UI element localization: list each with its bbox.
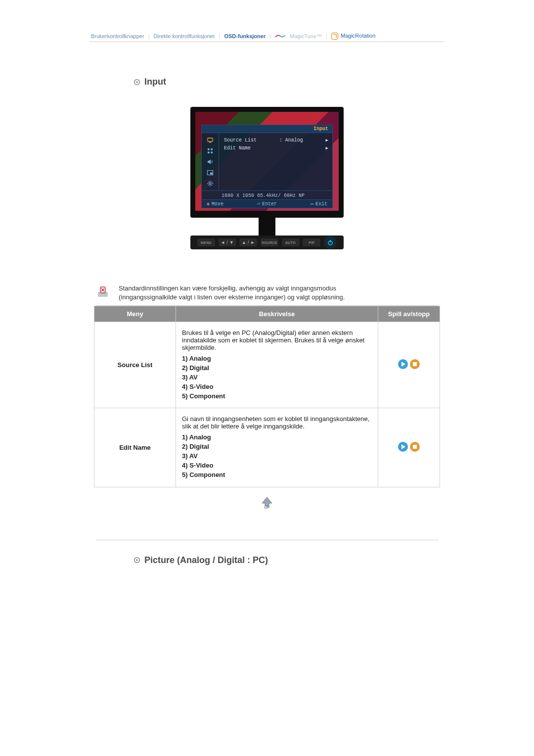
svg-point-9: [209, 183, 211, 185]
osd-footer-move: Move: [212, 201, 223, 207]
table-row: Edit Name Gi navn til inngangsenheten so…: [94, 408, 440, 487]
monitor-btn-pip[interactable]: PIP: [303, 238, 320, 246]
triangle-right-icon: ▶: [326, 138, 328, 143]
separator-icon: |: [148, 33, 150, 39]
osd-icon-sound: [206, 158, 214, 166]
triangle-right-icon: ▶: [326, 145, 328, 151]
monitor-btn-source[interactable]: SOURCE: [261, 238, 278, 246]
stop-button[interactable]: [409, 359, 420, 370]
monitor-illustration: Input: [94, 107, 440, 249]
th-play-stop: Spill av/stopp: [378, 306, 440, 322]
section-heading-picture: Picture (Analog / Digital : PC): [134, 555, 440, 566]
section-divider: [96, 540, 438, 540]
row-play-controls: [378, 408, 440, 487]
separator-icon: |: [219, 33, 221, 39]
monitor-btn-left-down[interactable]: ◄ / ▼: [219, 238, 236, 246]
section-title: Input: [144, 77, 166, 87]
note-row: Standardinnstillingen kan være forskjell…: [96, 284, 438, 306]
tab-magicrotation[interactable]: MagicRotation: [341, 33, 375, 39]
osd-icon-input: [206, 136, 214, 144]
bullet-icon: [134, 79, 140, 86]
separator-icon: |: [269, 33, 271, 39]
section-heading-input: Input: [134, 77, 440, 87]
up-arrow-icon[interactable]: UP: [257, 496, 277, 510]
note-line1: Standardinnstillingen kan være forskjell…: [119, 284, 336, 292]
svg-rect-2: [208, 138, 213, 142]
row-description: Brukes til å velge en PC (Analog/Digital…: [176, 322, 378, 408]
osd-title: Input: [202, 125, 332, 133]
osd-icon-picture: [206, 147, 214, 155]
tab-direct-controls[interactable]: Direkte kontrollfunksjoner: [153, 33, 215, 39]
th-menu: Meny: [94, 306, 176, 322]
osd-icon-setup: [206, 180, 214, 188]
monitor-btn-auto[interactable]: AUTO: [282, 238, 300, 246]
svg-rect-3: [208, 148, 210, 150]
tab-osd-functions[interactable]: OSD-funksjoner: [224, 33, 266, 39]
enter-icon: ⏎: [257, 201, 260, 207]
monitor-btn-up-right[interactable]: ▲ / ►: [239, 238, 257, 246]
monitor-btn-power[interactable]: [324, 236, 337, 249]
magicrotation-logo-icon: [331, 33, 338, 40]
row-name: Edit Name: [94, 408, 176, 487]
tab-user-controls[interactable]: Brukerkontrollknapper: [91, 33, 144, 39]
svg-text:UP: UP: [264, 505, 270, 510]
stop-button[interactable]: [409, 441, 420, 452]
osd-row-edit-name: Edit Name ▶: [224, 144, 328, 152]
th-description: Beskrivelse: [176, 306, 378, 322]
section-title: Picture (Analog / Digital : PC): [144, 555, 268, 566]
diamond-icon: ◆: [207, 201, 210, 207]
svg-rect-15: [413, 362, 417, 366]
row-name: Source List: [94, 322, 176, 408]
row-play-controls: [378, 322, 440, 408]
note-line2: (inngangssignalkilde valgt i listen over…: [119, 293, 345, 301]
exit-icon: ▭: [311, 201, 313, 207]
note-icon: [96, 285, 110, 299]
svg-point-21: [136, 559, 138, 561]
row-description: Gi navn til inngangsenheten som er koble…: [176, 408, 378, 487]
top-tabbar: Brukerkontrollknapper | Direkte kontroll…: [89, 30, 445, 42]
power-icon: [327, 239, 334, 246]
tab-magictune[interactable]: MagicTune™: [290, 33, 322, 39]
svg-rect-5: [208, 152, 210, 154]
svg-point-1: [136, 81, 138, 83]
play-button[interactable]: [398, 359, 408, 370]
osd-row-source-list: Source List : Analog ▶: [224, 136, 328, 144]
svg-rect-4: [211, 148, 213, 150]
magictune-logo-icon: [275, 34, 286, 39]
monitor-btn-menu[interactable]: MENU: [197, 238, 215, 246]
svg-rect-18: [413, 445, 417, 449]
osd-icon-pip: [206, 169, 214, 177]
separator-icon: |: [326, 33, 327, 39]
feature-table: Meny Beskrivelse Spill av/stopp Source L…: [94, 306, 440, 487]
monitor-button-bar: MENU ◄ / ▼ ▲ / ► SOURCE AUTO PIP: [190, 236, 344, 249]
svg-rect-6: [211, 152, 213, 154]
osd-footer-exit: Exit: [315, 201, 327, 207]
bullet-icon: [134, 557, 140, 564]
play-button[interactable]: [398, 441, 408, 452]
table-row: Source List Brukes til å velge en PC (An…: [94, 322, 440, 408]
osd-panel: Input: [201, 125, 333, 208]
osd-footer-enter: Enter: [262, 201, 277, 207]
osd-resolution-line: 1680 X 1050 65.4kHz/ 60Hz NP: [202, 190, 332, 199]
svg-rect-8: [210, 173, 213, 175]
